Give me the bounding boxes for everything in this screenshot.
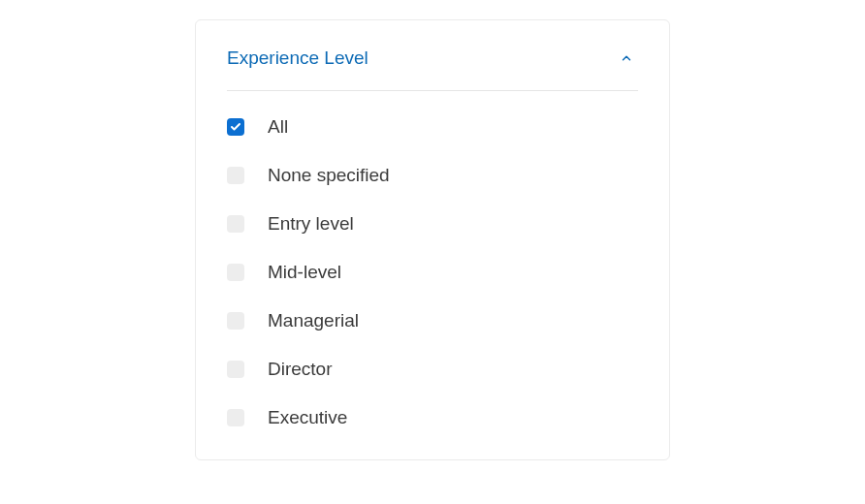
option-none-specified[interactable]: None specified: [227, 165, 638, 186]
option-executive[interactable]: Executive: [227, 407, 638, 428]
option-label: None specified: [268, 165, 390, 186]
option-label: Managerial: [268, 310, 359, 331]
checkbox-mid-level[interactable]: [227, 264, 244, 281]
option-label: Entry level: [268, 213, 354, 235]
checkbox-managerial[interactable]: [227, 312, 244, 330]
option-list: All None specified Entry level Mid-level…: [227, 116, 638, 428]
option-label: All: [268, 116, 288, 138]
option-label: Executive: [268, 407, 347, 428]
checkbox-director[interactable]: [227, 361, 244, 378]
checkbox-executive[interactable]: [227, 409, 244, 426]
experience-level-filter-panel: Experience Level All None specified Entr…: [195, 19, 670, 460]
option-mid-level[interactable]: Mid-level: [227, 262, 638, 283]
checkbox-entry-level[interactable]: [227, 215, 244, 233]
option-label: Mid-level: [268, 262, 341, 283]
option-label: Director: [268, 359, 333, 380]
filter-title: Experience Level: [227, 47, 368, 69]
filter-header: Experience Level: [227, 47, 638, 91]
option-entry-level[interactable]: Entry level: [227, 213, 638, 235]
option-all[interactable]: All: [227, 116, 638, 138]
option-managerial[interactable]: Managerial: [227, 310, 638, 331]
checkbox-none-specified[interactable]: [227, 167, 244, 184]
option-director[interactable]: Director: [227, 359, 638, 380]
checkbox-all[interactable]: [227, 118, 244, 136]
chevron-up-icon[interactable]: [619, 50, 634, 66]
